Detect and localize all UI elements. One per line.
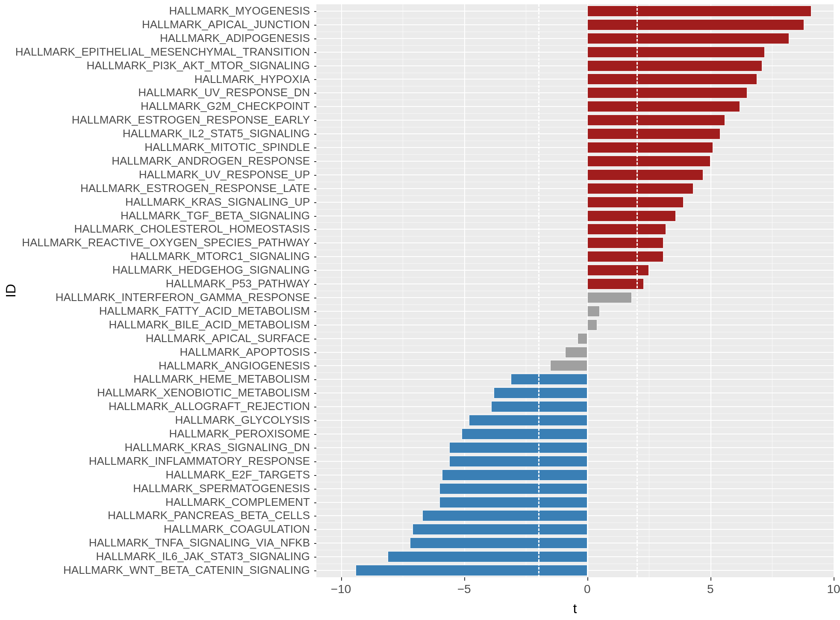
gridline-h-minor — [316, 18, 834, 18]
bar-row — [316, 509, 834, 523]
bar-row — [316, 195, 834, 209]
gridline-h-minor — [316, 564, 834, 564]
y-category-label: HALLMARK_IL2_STAT5_SIGNALING — [123, 127, 314, 141]
gridline-h-minor — [316, 263, 834, 264]
gridline-h — [316, 256, 834, 257]
gridline-h — [316, 325, 834, 325]
gridline-h-minor — [316, 359, 834, 360]
bar-row — [316, 304, 834, 318]
bar-row — [316, 4, 834, 18]
bar-row — [316, 427, 834, 441]
y-category-label: HALLMARK_APICAL_SURFACE — [146, 332, 314, 345]
bar — [587, 210, 676, 221]
gridline-h-minor — [316, 141, 834, 141]
gridline-h-minor — [316, 222, 834, 223]
gridline-h — [316, 283, 834, 284]
bar — [565, 347, 587, 358]
bar-row — [316, 523, 834, 536]
x-axis: −10−50510 — [316, 577, 834, 603]
gridline-h-minor — [316, 127, 834, 127]
bar-row — [316, 386, 834, 400]
y-category-label: HALLMARK_REACTIVE_OXYGEN_SPECIES_PATHWAY — [22, 236, 314, 250]
x-tick-label: 0 — [584, 582, 591, 596]
bar-row — [316, 100, 834, 113]
gridline-h-minor — [316, 441, 834, 441]
bar — [587, 101, 740, 112]
y-category-label: HALLMARK_ESTROGEN_RESPONSE_LATE — [80, 182, 314, 195]
bar — [587, 142, 713, 153]
y-category-label: HALLMARK_WNT_BETA_CATENIN_SIGNALING — [63, 564, 314, 577]
bar — [494, 387, 587, 399]
gridline-h-minor — [316, 291, 834, 291]
y-category-label: HALLMARK_UV_RESPONSE_UP — [139, 168, 314, 182]
y-category-label: HALLMARK_HEDGEHOG_SIGNALING — [112, 263, 314, 277]
gridline-h — [316, 311, 834, 312]
y-axis: HALLMARK_MYOGENESISHALLMARK_APICAL_JUNCT… — [0, 4, 314, 577]
gridline-h-minor — [316, 536, 834, 537]
bar-row — [316, 154, 834, 168]
bar — [388, 551, 587, 562]
y-category-label: HALLMARK_E2F_TARGETS — [165, 468, 314, 482]
gridline-h — [316, 202, 834, 203]
bar-row — [316, 359, 834, 373]
y-category-label: HALLMARK_MTORC1_SIGNALING — [130, 250, 314, 263]
gridline-h-minor — [316, 168, 834, 168]
gridline-h — [316, 338, 834, 339]
y-category-label: HALLMARK_TGF_BETA_SIGNALING — [121, 209, 314, 223]
bar-row — [316, 332, 834, 345]
bar — [413, 524, 587, 535]
gridline-h-minor — [316, 45, 834, 46]
bar-row — [316, 400, 834, 413]
y-category-label: HALLMARK_ESTROGEN_RESPONSE_EARLY — [72, 113, 314, 127]
x-tick — [587, 577, 588, 581]
bar-row — [316, 468, 834, 482]
gridline-h-minor — [316, 154, 834, 155]
y-category-label: HALLMARK_GLYCOLYSIS — [175, 413, 315, 427]
y-category-label: HALLMARK_ANDROGEN_RESPONSE — [112, 154, 314, 168]
y-category-label: HALLMARK_IL6_JAK_STAT3_SIGNALING — [96, 550, 314, 564]
y-category-label: HALLMARK_G2M_CHECKPOINT — [141, 100, 314, 113]
x-tick-label: 5 — [707, 582, 714, 596]
bar — [449, 456, 587, 467]
gridline-h-minor — [316, 345, 834, 346]
bar — [469, 415, 587, 426]
bar — [587, 19, 804, 30]
gridline-h-minor — [316, 195, 834, 196]
gridline-h — [316, 242, 834, 243]
gridline-h-minor — [316, 318, 834, 319]
x-tick-label: −5 — [457, 582, 471, 596]
bar — [587, 292, 632, 303]
gridline-h-minor — [316, 100, 834, 100]
bar — [587, 169, 703, 180]
bar-row — [316, 32, 834, 45]
y-category-label: HALLMARK_FATTY_ACID_METABOLISM — [99, 304, 314, 318]
gridline-h-minor — [316, 427, 834, 428]
y-category-label: HALLMARK_HEME_METABOLISM — [133, 372, 314, 386]
bar-row — [316, 291, 834, 304]
reference-line — [538, 4, 539, 577]
bar — [578, 333, 587, 344]
y-category-label: HALLMARK_XENOBIOTIC_METABOLISM — [97, 386, 314, 400]
bar-row — [316, 564, 834, 577]
bar-chart: ID HALLMARK_MYOGENESISHALLMARK_APICAL_JU… — [0, 0, 840, 620]
gridline-h — [316, 174, 834, 175]
y-category-label: HALLMARK_ADIPOGENESIS — [160, 32, 314, 45]
y-category-label: HALLMARK_INFLAMMATORY_RESPONSE — [89, 455, 314, 468]
y-category-label: HALLMARK_BILE_ACID_METABOLISM — [109, 318, 314, 332]
bar — [587, 251, 664, 262]
bar-row — [316, 113, 834, 127]
bar — [587, 319, 597, 331]
bar — [356, 565, 587, 576]
bar-row — [316, 345, 834, 359]
bar — [410, 537, 587, 549]
bar — [511, 374, 587, 385]
y-category-label: HALLMARK_APICAL_JUNCTION — [142, 18, 314, 32]
gridline-h — [316, 188, 834, 189]
y-category-label: HALLMARK_SPERMATOGENESIS — [133, 482, 314, 496]
y-category-label: HALLMARK_KRAS_SIGNALING_DN — [125, 441, 314, 455]
x-tick — [710, 577, 711, 581]
bar-row — [316, 236, 834, 250]
gridline-h-minor — [316, 59, 834, 59]
bar-row — [316, 222, 834, 236]
bar — [462, 428, 587, 440]
